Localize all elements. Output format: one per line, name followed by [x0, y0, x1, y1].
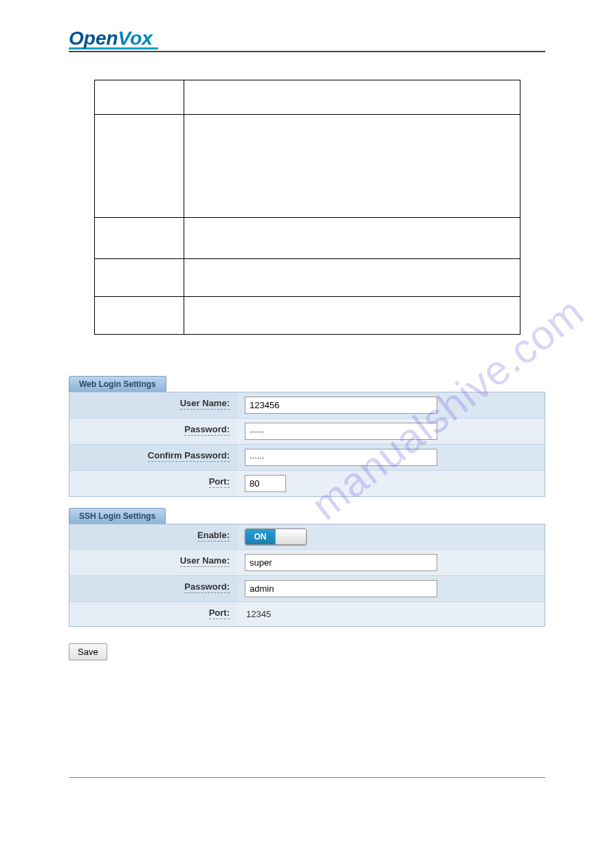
confirm-label: Confirm Password:	[69, 445, 238, 470]
web-password-input[interactable]	[245, 423, 437, 440]
toggle-on-label: ON	[245, 529, 275, 544]
ssh-login-header: SSH Login Settings	[69, 508, 166, 524]
ssh-login-body: Enable: ON User Name: Password: Port: 12…	[69, 524, 545, 627]
ssh-enable-toggle[interactable]: ON	[245, 528, 307, 545]
save-button[interactable]: Save	[69, 643, 107, 660]
ssh-username-input[interactable]	[245, 554, 437, 571]
definition-table	[94, 80, 520, 335]
table-cell	[184, 297, 520, 335]
enable-label: Enable:	[69, 524, 238, 549]
table-cell	[184, 218, 520, 259]
toggle-handle	[275, 529, 306, 544]
ssh-port-value: 12345	[245, 606, 272, 622]
ssh-password-label: Password:	[69, 576, 238, 601]
web-login-body: User Name: Password: Confirm Password: P…	[69, 392, 545, 497]
table-cell	[184, 115, 520, 218]
row-confirm: Confirm Password:	[69, 445, 545, 471]
table-cell	[94, 297, 184, 335]
ssh-password-input[interactable]	[245, 580, 437, 597]
row-enable: Enable: ON	[69, 524, 545, 550]
row-ssh-username: User Name:	[69, 550, 545, 576]
web-login-header: Web Login Settings	[69, 376, 166, 392]
row-password: Password:	[69, 419, 545, 445]
logo: OpenVox	[69, 27, 545, 49]
table-cell	[184, 259, 520, 297]
web-confirm-input[interactable]	[245, 449, 437, 466]
password-label: Password:	[69, 419, 238, 444]
username-label: User Name:	[69, 392, 238, 418]
table-cell	[184, 80, 520, 115]
table-cell	[94, 80, 184, 115]
logo-part2: Vox	[118, 27, 153, 49]
row-port: Port:	[69, 471, 545, 496]
port-label: Port:	[69, 471, 238, 496]
page-header: OpenVox	[69, 27, 545, 52]
table-cell	[94, 259, 184, 297]
row-ssh-password: Password:	[69, 576, 545, 602]
web-login-panel: Web Login Settings User Name: Password: …	[69, 376, 545, 497]
ssh-username-label: User Name:	[69, 550, 238, 575]
web-username-input[interactable]	[245, 397, 437, 414]
logo-part1: Open	[69, 27, 118, 49]
row-ssh-port: Port: 12345	[69, 602, 545, 626]
ssh-login-panel: SSH Login Settings Enable: ON User Name:…	[69, 508, 545, 627]
table-cell	[94, 115, 184, 218]
ssh-port-label: Port:	[69, 602, 238, 626]
row-username: User Name:	[69, 392, 545, 419]
footer-rule	[69, 777, 545, 778]
web-port-input[interactable]	[245, 475, 286, 492]
table-cell	[94, 218, 184, 259]
